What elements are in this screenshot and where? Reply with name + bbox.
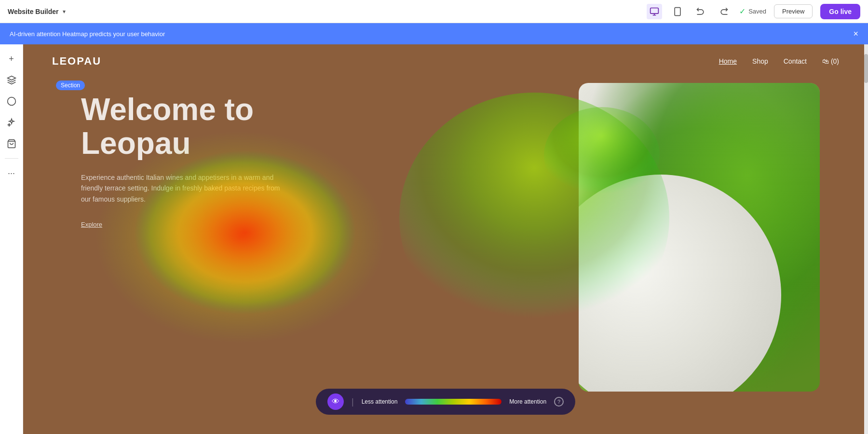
hero-description: Experience authentic Italian wines and a… — [81, 172, 284, 204]
site-nav-links: Home Shop Contact 🛍 (0) — [719, 57, 839, 65]
saved-status: ✓ Saved — [739, 7, 766, 16]
site-logo: LEOPAU — [52, 55, 101, 68]
left-sidebar: + ··· — [0, 44, 23, 434]
website-nav: LEOPAU Home Shop Contact 🛍 (0) — [23, 44, 868, 78]
add-element-button[interactable]: + — [3, 50, 20, 68]
nav-link-shop[interactable]: Shop — [752, 57, 768, 65]
banner-text: AI-driven attention Heatmap predicts you… — [10, 30, 165, 38]
more-options-button[interactable]: ··· — [3, 164, 20, 182]
section-label[interactable]: Section — [56, 81, 85, 90]
food-image — [579, 83, 820, 392]
nav-link-home[interactable]: Home — [719, 57, 737, 65]
canvas-area: LEOPAU Home Shop Contact 🛍 (0) Section W… — [23, 44, 868, 434]
svg-point-4 — [7, 97, 15, 106]
sidebar-divider — [5, 158, 18, 159]
ai-tools-button[interactable] — [3, 114, 20, 131]
toolbar-right: ✓ Saved Preview Go live — [647, 4, 860, 19]
shapes-button[interactable] — [3, 93, 20, 110]
nav-link-contact[interactable]: Contact — [784, 57, 807, 65]
desktop-view-button[interactable] — [647, 4, 662, 19]
less-attention-label: Less attention — [362, 398, 398, 405]
preview-button[interactable]: Preview — [774, 4, 813, 18]
hero-cta[interactable]: Explore — [81, 221, 102, 228]
layers-button[interactable] — [3, 71, 20, 89]
main-layout: + ··· LEOPAU Home Shop Contact — [0, 44, 868, 434]
app-title: Website Builder — [8, 8, 59, 15]
eye-icon[interactable]: 👁 — [327, 393, 344, 410]
hero-content: Welcome to Leopau Experience authentic I… — [81, 93, 370, 229]
check-icon: ✓ — [739, 7, 746, 16]
svg-rect-0 — [651, 8, 659, 14]
cart-nav-icon[interactable]: 🛍 (0) — [822, 57, 839, 65]
store-button[interactable] — [3, 135, 20, 152]
ai-banner: AI-driven attention Heatmap predicts you… — [0, 23, 868, 44]
heatmap-legend: 👁 | Less attention More attention ? — [316, 389, 575, 415]
website-preview: LEOPAU Home Shop Contact 🛍 (0) Section W… — [23, 44, 868, 434]
svg-rect-1 — [675, 7, 680, 15]
svg-marker-3 — [7, 76, 15, 80]
redo-button[interactable] — [716, 4, 732, 19]
food-image-inner — [579, 83, 820, 392]
banner-close-button[interactable]: × — [853, 29, 858, 39]
more-attention-label: More attention — [509, 398, 546, 405]
toolbar-left: Website Builder ▾ — [8, 8, 66, 15]
mobile-view-button[interactable] — [670, 4, 685, 19]
hero-title: Welcome to Leopau — [81, 93, 370, 161]
attention-gradient — [405, 399, 502, 405]
saved-label: Saved — [748, 8, 766, 15]
info-icon[interactable]: ? — [554, 397, 564, 407]
chevron-down-icon[interactable]: ▾ — [63, 8, 66, 15]
scrollbar[interactable] — [864, 44, 868, 434]
undo-button[interactable] — [693, 4, 708, 19]
go-live-button[interactable]: Go live — [820, 4, 860, 19]
toolbar: Website Builder ▾ ✓ Saved Preview Go liv… — [0, 0, 868, 23]
